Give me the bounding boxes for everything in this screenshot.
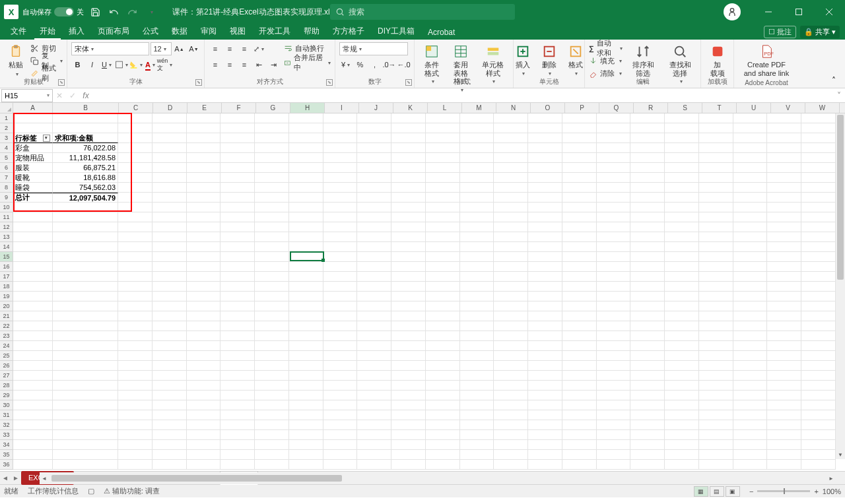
- enter-formula-icon[interactable]: ✓: [66, 89, 79, 102]
- cell[interactable]: [289, 301, 323, 311]
- cell[interactable]: [53, 420, 119, 430]
- cell[interactable]: [528, 341, 562, 351]
- cell[interactable]: [152, 341, 187, 351]
- cell[interactable]: [255, 410, 289, 420]
- cell[interactable]: [53, 341, 119, 351]
- tab-fangfang[interactable]: 方方格子: [327, 23, 370, 40]
- cell[interactable]: [767, 272, 801, 282]
- tab-file[interactable]: 文件: [5, 23, 32, 40]
- cell[interactable]: [220, 440, 255, 450]
- cell[interactable]: [220, 420, 255, 430]
- cell[interactable]: [187, 222, 221, 232]
- cell[interactable]: [630, 163, 665, 173]
- cell[interactable]: [665, 232, 699, 242]
- cell[interactable]: [13, 232, 53, 242]
- row-header-19[interactable]: 19: [0, 292, 13, 301]
- cell[interactable]: [289, 222, 323, 232]
- format-as-table-button[interactable]: 套用 表格格式: [448, 42, 474, 94]
- row-header-2[interactable]: 2: [0, 123, 13, 133]
- cell[interactable]: [152, 183, 187, 193]
- cell[interactable]: [460, 193, 494, 203]
- cell[interactable]: [255, 222, 289, 232]
- cell[interactable]: [152, 163, 187, 173]
- cell[interactable]: [13, 292, 53, 301]
- row-header-11[interactable]: 11: [0, 212, 13, 222]
- cell[interactable]: [357, 410, 391, 420]
- cell[interactable]: [597, 321, 631, 331]
- cell[interactable]: [255, 113, 289, 123]
- delete-cells-button[interactable]: 删除: [537, 42, 561, 78]
- cell[interactable]: [597, 183, 631, 193]
- cell[interactable]: [460, 371, 494, 381]
- cell[interactable]: [733, 193, 768, 203]
- cell[interactable]: [562, 400, 597, 410]
- cell[interactable]: [13, 440, 53, 450]
- cell[interactable]: [699, 193, 733, 203]
- cell[interactable]: [220, 173, 255, 183]
- cell[interactable]: [187, 311, 221, 321]
- cell[interactable]: [528, 301, 562, 311]
- cell[interactable]: [665, 460, 699, 470]
- cell[interactable]: [118, 311, 152, 321]
- row-header-27[interactable]: 27: [0, 371, 13, 381]
- cell[interactable]: [630, 341, 665, 351]
- cell[interactable]: [152, 440, 187, 450]
- cell[interactable]: [357, 460, 391, 470]
- cell[interactable]: [323, 133, 358, 143]
- fill-color-icon[interactable]: [129, 58, 143, 71]
- cell[interactable]: [13, 301, 53, 311]
- cell[interactable]: [733, 232, 768, 242]
- cell[interactable]: [289, 371, 323, 381]
- cell[interactable]: [220, 232, 255, 242]
- cell[interactable]: [255, 321, 289, 331]
- cell[interactable]: [426, 430, 460, 440]
- cell[interactable]: [699, 113, 733, 123]
- cell[interactable]: [289, 282, 323, 292]
- cell[interactable]: [699, 262, 733, 272]
- cell[interactable]: [289, 242, 323, 252]
- cell[interactable]: [494, 262, 528, 272]
- cell[interactable]: [767, 420, 801, 430]
- cell[interactable]: [528, 430, 562, 440]
- cell[interactable]: [597, 311, 631, 321]
- cell[interactable]: [255, 173, 289, 183]
- cell[interactable]: [187, 212, 221, 222]
- cell[interactable]: [665, 133, 699, 143]
- sheet-nav-next[interactable]: ►: [11, 474, 21, 482]
- decrease-font-icon[interactable]: A▼: [187, 42, 201, 55]
- cell[interactable]: [187, 351, 221, 361]
- cell[interactable]: [53, 292, 119, 301]
- cell[interactable]: [323, 163, 358, 173]
- cell[interactable]: [665, 450, 699, 460]
- column-header-J[interactable]: J: [359, 103, 393, 113]
- cell[interactable]: [630, 282, 665, 292]
- cell[interactable]: [13, 410, 53, 420]
- cell[interactable]: [528, 123, 562, 133]
- cell[interactable]: [597, 420, 631, 430]
- cell[interactable]: 服装: [13, 163, 53, 173]
- cell[interactable]: [426, 341, 460, 351]
- cell[interactable]: [220, 123, 255, 133]
- cell[interactable]: [220, 242, 255, 252]
- cell[interactable]: [187, 242, 221, 252]
- cell[interactable]: [665, 193, 699, 203]
- cell[interactable]: [391, 351, 426, 361]
- cell[interactable]: [665, 242, 699, 252]
- cell[interactable]: [426, 391, 460, 400]
- cell[interactable]: [53, 242, 119, 252]
- font-name-select[interactable]: 宋体: [71, 42, 149, 55]
- row-header-32[interactable]: 32: [0, 420, 13, 430]
- row-header-16[interactable]: 16: [0, 262, 13, 272]
- cell[interactable]: [801, 212, 836, 222]
- cell[interactable]: [699, 133, 733, 143]
- cell[interactable]: [528, 133, 562, 143]
- cell[interactable]: [255, 301, 289, 311]
- cell[interactable]: [767, 440, 801, 450]
- cell[interactable]: [733, 113, 768, 123]
- cell[interactable]: 66,875.21: [53, 163, 119, 173]
- column-header-T[interactable]: T: [702, 103, 737, 113]
- cell[interactable]: [733, 292, 768, 301]
- cell[interactable]: [733, 143, 768, 153]
- cell[interactable]: [562, 420, 597, 430]
- cell[interactable]: [767, 371, 801, 381]
